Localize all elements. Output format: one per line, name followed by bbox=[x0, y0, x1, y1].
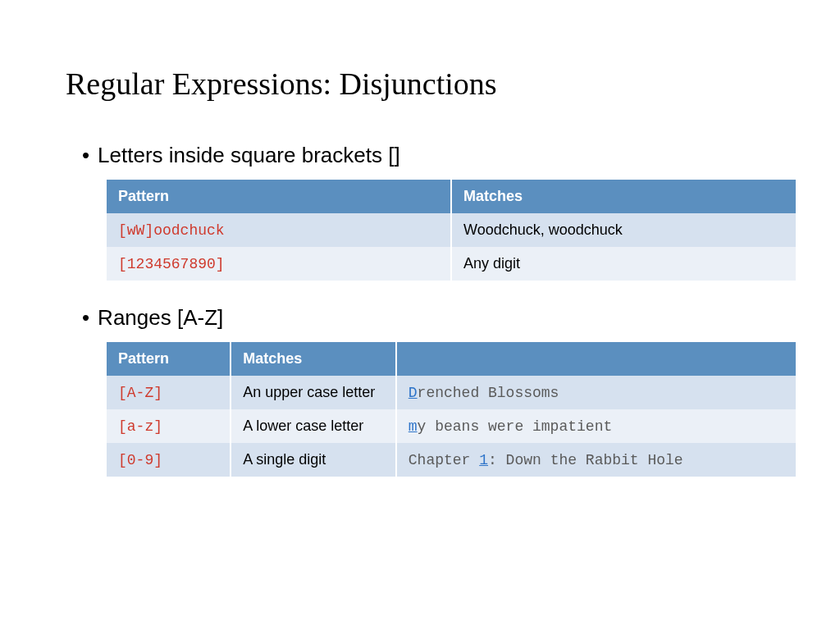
pattern-cell: [A-Z] bbox=[107, 376, 231, 409]
highlight: 1 bbox=[479, 452, 488, 468]
example-rest: : Down the Rabbit Hole bbox=[488, 452, 683, 468]
bullet-ranges: Ranges [A-Z] bbox=[82, 305, 774, 331]
example-cell: Drenched Blossoms bbox=[396, 376, 796, 409]
matches-cell: An upper case letter bbox=[231, 376, 396, 409]
table-row: [A-Z] An upper case letter Drenched Blos… bbox=[107, 376, 796, 409]
matches-cell: Any digit bbox=[451, 247, 796, 281]
table-row: [a-z] A lower case letter my beans were … bbox=[107, 409, 796, 443]
example-cell: Chapter 1: Down the Rabbit Hole bbox=[396, 443, 796, 477]
col-matches: Matches bbox=[451, 180, 796, 213]
matches-cell: Woodchuck, woodchuck bbox=[451, 213, 796, 247]
pattern-code: [A-Z] bbox=[118, 385, 162, 401]
matches-cell: A lower case letter bbox=[231, 409, 396, 443]
example-pre: Chapter bbox=[409, 452, 479, 468]
pattern-cell: [0-9] bbox=[107, 443, 231, 477]
table-header-row: Pattern Matches bbox=[107, 342, 796, 376]
table-ranges: Pattern Matches [A-Z] An upper case lett… bbox=[107, 342, 796, 477]
highlight: m bbox=[409, 418, 418, 435]
table-letters: Pattern Matches [wW]oodchuck Woodchuck, … bbox=[107, 180, 796, 281]
table-row: [1234567890] Any digit bbox=[107, 247, 796, 281]
col-pattern: Pattern bbox=[107, 180, 451, 213]
slide-title: Regular Expressions: Disjunctions bbox=[66, 66, 774, 102]
table-row: [wW]oodchuck Woodchuck, woodchuck bbox=[107, 213, 796, 247]
table-row: [0-9] A single digit Chapter 1: Down the… bbox=[107, 443, 796, 477]
example-cell: my beans were impatient bbox=[396, 409, 796, 443]
col-example bbox=[396, 342, 796, 376]
pattern-code: [1234567890] bbox=[118, 256, 225, 272]
col-matches: Matches bbox=[231, 342, 396, 376]
pattern-cell: [a-z] bbox=[107, 409, 231, 443]
bullet-letters: Letters inside square brackets [] bbox=[82, 143, 774, 168]
pattern-cell: [1234567890] bbox=[107, 247, 451, 281]
example-rest: y beans were impatient bbox=[418, 418, 613, 435]
highlight: D bbox=[409, 385, 418, 401]
pattern-cell: [wW]oodchuck bbox=[107, 213, 451, 247]
slide: Regular Expressions: Disjunctions Letter… bbox=[0, 0, 840, 630]
table-header-row: Pattern Matches bbox=[107, 180, 796, 213]
matches-cell: A single digit bbox=[231, 443, 396, 477]
col-pattern: Pattern bbox=[107, 342, 231, 376]
pattern-code: [wW]oodchuck bbox=[118, 222, 225, 239]
pattern-code: [0-9] bbox=[118, 452, 162, 468]
example-rest: renched Blossoms bbox=[418, 385, 559, 401]
pattern-code: [a-z] bbox=[118, 418, 162, 435]
